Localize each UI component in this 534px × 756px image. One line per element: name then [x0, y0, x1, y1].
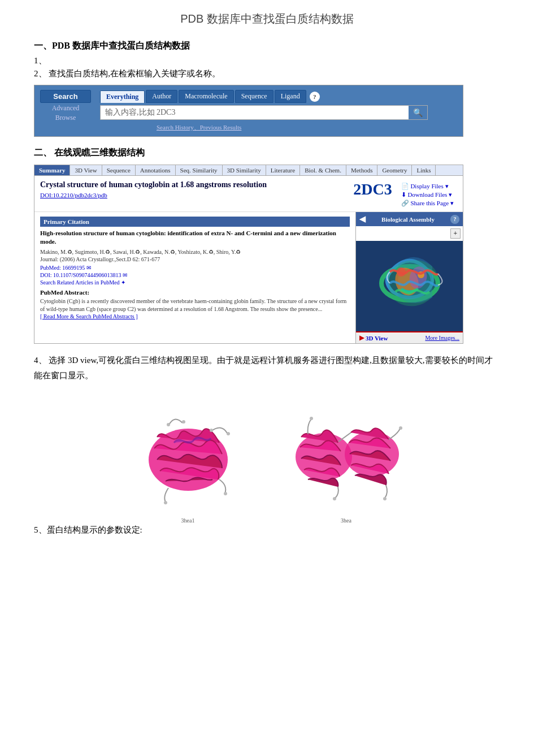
3dview-footer-link[interactable]: ▶ 3D View	[359, 334, 388, 342]
protein-label-right: 3hea	[341, 517, 351, 524]
abstract-text: Cytoglobin (Cgb) is a recently discovere…	[40, 297, 350, 313]
prev-arrow[interactable]: ◀	[359, 214, 366, 224]
biological-assembly-header: ◀ Biological Assembly ?	[356, 212, 463, 226]
search-input[interactable]	[101, 106, 409, 119]
detail-body: Primary Citation High-resolution structu…	[34, 212, 463, 343]
top-right-actions: 📄 Display Files ▾ ⬇ Download Files ▾ 🔗 S…	[398, 180, 457, 209]
bio-assembly-help[interactable]: ?	[450, 215, 459, 224]
detail-left-panel: Primary Citation High-resolution structu…	[34, 212, 355, 343]
detail-tab-links[interactable]: Links	[412, 165, 436, 175]
search-tabs: Everything Author Macromolecule Sequence…	[100, 90, 457, 103]
svg-point-11	[227, 432, 230, 435]
detail-tab-literature[interactable]: Literature	[266, 165, 300, 175]
biological-assembly-label: Biological Assembly	[381, 216, 435, 223]
structure-image	[356, 241, 463, 331]
svg-point-12	[224, 492, 227, 495]
pdb-left-nav: Search Advanced Browse	[40, 90, 91, 122]
pdb-detail-widget: Summary 3D View Sequence Annotations Seq…	[34, 165, 463, 344]
3dview-icon: ▶	[359, 334, 364, 342]
structure-doi[interactable]: DOI:10.2210/pdb2dc3/pdb	[40, 192, 353, 198]
structure-title: Crystal structure of human cytoglobin at…	[40, 180, 353, 189]
pdb-id-badge: 2DC3	[353, 180, 392, 198]
citation-title: High-resolution structure of human cytog…	[40, 229, 350, 247]
detail-right-panel: ◀ Biological Assembly ? +	[355, 212, 463, 343]
protein-image-left: 3hea1	[120, 389, 256, 513]
svg-point-13	[164, 501, 167, 504]
svg-point-17	[310, 417, 313, 420]
search-pubmed[interactable]: Search Related Articles in PubMed ✦	[40, 279, 350, 286]
detail-tab-annotations[interactable]: Annotations	[136, 165, 176, 175]
more-images-link[interactable]: More Images...	[425, 335, 459, 341]
detail-tab-geometry[interactable]: Geometry	[377, 165, 412, 175]
read-more-link[interactable]: [ Read More & Search PubMed Abstracts ]	[40, 313, 350, 319]
detail-tab-summary[interactable]: Summary	[34, 165, 70, 175]
svg-point-19	[333, 497, 336, 500]
search-button[interactable]: Search	[40, 90, 91, 103]
abstract-header: PubMed Abstract:	[40, 289, 350, 296]
3dview-label: 3D View	[366, 335, 388, 342]
detail-tab-methods[interactable]: Methods	[346, 165, 378, 175]
browse-link[interactable]: Browse	[40, 114, 91, 122]
detail-tab-3dsim[interactable]: 3D Similarity	[223, 165, 266, 175]
step1: 1、	[34, 55, 500, 66]
display-files-link[interactable]: 📄 Display Files ▾	[401, 183, 454, 190]
protein-image-right: 3hea	[279, 389, 414, 513]
structure-svg	[359, 241, 461, 331]
tab-macromolecule[interactable]: Macromolecule	[179, 90, 233, 103]
detail-tabs: Summary 3D View Sequence Annotations Seq…	[34, 165, 463, 176]
section2-heading: 二、 在线观瞧三维数据结构	[34, 147, 500, 159]
detail-tab-3dview[interactable]: 3D View	[70, 165, 102, 175]
download-files-link[interactable]: ⬇ Download Files ▾	[401, 191, 454, 198]
detail-header-row: Crystal structure of human cytoglobin at…	[34, 176, 463, 212]
protein-3d-svg-left	[123, 392, 253, 511]
svg-point-20	[383, 497, 387, 500]
detail-header-left: Crystal structure of human cytoglobin at…	[40, 180, 353, 203]
citation-journal: Journal: (2006) Acta Crystallogr.,Sect.D…	[40, 256, 350, 262]
page-title: PDB 数据库中查找蛋白质结构数据	[34, 11, 500, 27]
citation-authors: Makino, M.♻, Sugimoto, H.♻, Sawai, H.♻, …	[40, 249, 350, 255]
detail-tab-sequence[interactable]: Sequence	[102, 165, 136, 175]
pdb-search-widget: Search Advanced Browse Everything Author…	[34, 85, 463, 137]
share-page-link[interactable]: 🔗 Share this Page ▾	[401, 200, 454, 207]
pubmed-id[interactable]: PubMed: 16699195 ✉	[40, 265, 350, 271]
svg-point-18	[399, 426, 402, 430]
tab-ligand[interactable]: Ligand	[275, 90, 306, 103]
advanced-link[interactable]: Advanced	[40, 104, 91, 113]
search-go-button[interactable]: 🔍	[409, 106, 427, 119]
tab-everything[interactable]: Everything	[100, 90, 145, 103]
protein-label-left: 3hea1	[181, 517, 195, 524]
svg-point-8	[167, 423, 170, 426]
step4-text: 4、 选择 3D view,可视化蛋白三维结构视图呈现。由于就是远程计算机服务器…	[34, 353, 500, 383]
search-input-wrap: 🔍	[100, 105, 428, 120]
section1-heading: 一、PDB 数据库中查找蛋白质结构数据	[34, 40, 500, 52]
step2: 2、 查找蛋白质结构,在检索框输入关键字或名称。	[34, 68, 500, 79]
doi-link[interactable]: DOI: 10.1107/S0907444906013813 ✉	[40, 272, 350, 278]
search-history-link[interactable]: Search History、Previous Results	[157, 124, 241, 131]
tab-sequence[interactable]: Sequence	[235, 90, 273, 103]
tab-author[interactable]: Author	[146, 90, 177, 103]
step5-text: 5、蛋白结构显示的参数设定:	[34, 525, 500, 535]
help-icon[interactable]: ?	[310, 92, 320, 102]
protein-3d-svg-right	[284, 398, 409, 505]
detail-tab-seqsim[interactable]: Seq. Similarity	[176, 165, 223, 175]
primary-citation-header: Primary Citation	[40, 217, 350, 227]
detail-tab-biolchem[interactable]: Biol. & Chem.	[300, 165, 346, 175]
zoom-plus-button[interactable]: +	[450, 228, 461, 239]
protein-images-row: 3hea1	[34, 389, 500, 513]
right-panel-footer: ▶ 3D View More Images...	[356, 331, 463, 343]
svg-point-10	[210, 429, 213, 432]
svg-point-9	[182, 420, 185, 424]
